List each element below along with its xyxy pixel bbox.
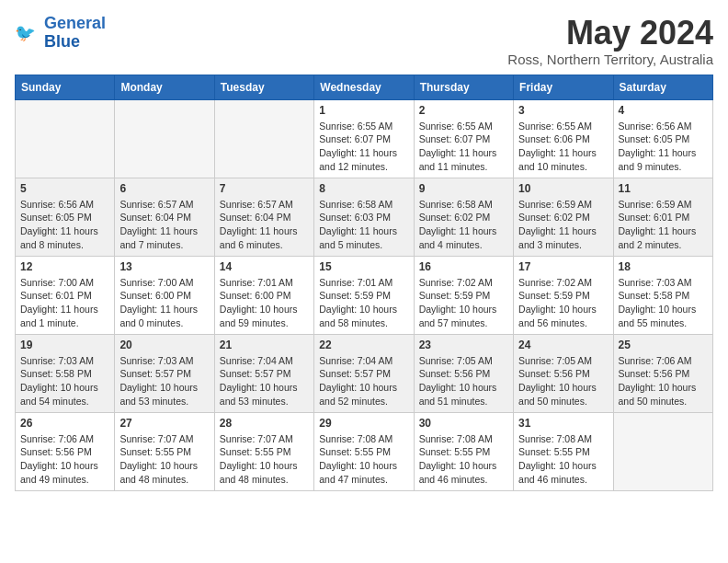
page-header: 🐦 General Blue May 2024 Ross, Northern T… xyxy=(15,15,713,67)
day-info: Sunrise: 7:07 AMSunset: 5:55 PMDaylight:… xyxy=(220,432,309,487)
logo-text: General Blue xyxy=(44,15,106,52)
day-info: Sunrise: 7:04 AMSunset: 5:57 PMDaylight:… xyxy=(220,354,309,408)
calendar-cell: 31Sunrise: 7:08 AMSunset: 5:55 PMDayligh… xyxy=(514,412,613,490)
day-info: Sunrise: 6:56 AMSunset: 6:05 PMDaylight:… xyxy=(20,198,109,252)
day-number: 7 xyxy=(220,182,309,195)
day-info: Sunrise: 7:04 AMSunset: 5:57 PMDaylight:… xyxy=(319,354,408,408)
day-info: Sunrise: 7:08 AMSunset: 5:55 PMDaylight:… xyxy=(319,432,408,487)
calendar-cell: 19Sunrise: 7:03 AMSunset: 5:58 PMDayligh… xyxy=(16,334,115,412)
day-info: Sunrise: 7:01 AMSunset: 6:00 PMDaylight:… xyxy=(220,276,309,330)
day-number: 9 xyxy=(419,182,508,195)
col-header-wednesday: Wednesday xyxy=(314,75,414,99)
day-info: Sunrise: 6:55 AMSunset: 6:06 PMDaylight:… xyxy=(518,120,608,174)
col-header-tuesday: Tuesday xyxy=(214,75,313,99)
day-number: 3 xyxy=(518,104,608,117)
day-number: 17 xyxy=(518,260,608,273)
calendar-cell: 9Sunrise: 6:58 AMSunset: 6:02 PMDaylight… xyxy=(414,178,513,256)
calendar-cell: 13Sunrise: 7:00 AMSunset: 6:00 PMDayligh… xyxy=(115,256,214,334)
day-number: 18 xyxy=(619,260,708,273)
calendar-cell: 6Sunrise: 6:57 AMSunset: 6:04 PMDaylight… xyxy=(115,178,214,256)
day-info: Sunrise: 7:06 AMSunset: 5:56 PMDaylight:… xyxy=(619,354,708,408)
day-number: 25 xyxy=(619,339,708,351)
day-number: 8 xyxy=(319,182,408,195)
col-header-friday: Friday xyxy=(514,75,613,99)
day-number: 27 xyxy=(119,417,209,430)
calendar-week-row: 26Sunrise: 7:06 AMSunset: 5:56 PMDayligh… xyxy=(16,412,713,490)
day-info: Sunrise: 7:03 AMSunset: 5:58 PMDaylight:… xyxy=(619,276,708,330)
calendar-table: SundayMondayTuesdayWednesdayThursdayFrid… xyxy=(15,75,713,491)
calendar-header-row: SundayMondayTuesdayWednesdayThursdayFrid… xyxy=(16,75,713,99)
calendar-week-row: 1Sunrise: 6:55 AMSunset: 6:07 PMDaylight… xyxy=(16,99,713,178)
calendar-cell: 7Sunrise: 6:57 AMSunset: 6:04 PMDaylight… xyxy=(214,178,313,256)
calendar-cell xyxy=(613,412,712,490)
col-header-sunday: Sunday xyxy=(16,75,115,99)
day-info: Sunrise: 6:56 AMSunset: 6:05 PMDaylight:… xyxy=(619,120,708,174)
calendar-cell: 21Sunrise: 7:04 AMSunset: 5:57 PMDayligh… xyxy=(214,334,313,412)
day-number: 15 xyxy=(319,260,408,273)
day-info: Sunrise: 6:58 AMSunset: 6:02 PMDaylight:… xyxy=(419,198,508,252)
day-info: Sunrise: 7:03 AMSunset: 5:58 PMDaylight:… xyxy=(20,354,109,408)
day-info: Sunrise: 7:02 AMSunset: 5:59 PMDaylight:… xyxy=(419,276,508,330)
calendar-cell: 14Sunrise: 7:01 AMSunset: 6:00 PMDayligh… xyxy=(214,256,313,334)
calendar-cell: 24Sunrise: 7:05 AMSunset: 5:56 PMDayligh… xyxy=(514,334,613,412)
calendar-cell: 28Sunrise: 7:07 AMSunset: 5:55 PMDayligh… xyxy=(214,412,313,490)
day-info: Sunrise: 7:00 AMSunset: 6:01 PMDaylight:… xyxy=(20,276,109,330)
day-number: 1 xyxy=(319,104,408,117)
calendar-cell: 26Sunrise: 7:06 AMSunset: 5:56 PMDayligh… xyxy=(16,412,115,490)
calendar-cell: 15Sunrise: 7:01 AMSunset: 5:59 PMDayligh… xyxy=(314,256,414,334)
calendar-cell xyxy=(16,99,115,178)
day-number: 5 xyxy=(20,182,109,195)
day-number: 21 xyxy=(220,339,309,351)
day-info: Sunrise: 7:05 AMSunset: 5:56 PMDaylight:… xyxy=(419,354,508,408)
calendar-cell: 10Sunrise: 6:59 AMSunset: 6:02 PMDayligh… xyxy=(514,178,613,256)
calendar-cell: 4Sunrise: 6:56 AMSunset: 6:05 PMDaylight… xyxy=(613,99,712,178)
day-info: Sunrise: 7:05 AMSunset: 5:56 PMDaylight:… xyxy=(518,354,608,408)
day-info: Sunrise: 7:07 AMSunset: 5:55 PMDaylight:… xyxy=(119,432,209,487)
day-number: 11 xyxy=(619,182,708,195)
day-info: Sunrise: 7:00 AMSunset: 6:00 PMDaylight:… xyxy=(119,276,209,330)
calendar-cell: 5Sunrise: 6:56 AMSunset: 6:05 PMDaylight… xyxy=(16,178,115,256)
logo-line1: General xyxy=(44,14,106,32)
calendar-cell: 23Sunrise: 7:05 AMSunset: 5:56 PMDayligh… xyxy=(414,334,513,412)
day-number: 2 xyxy=(419,104,508,117)
calendar-cell: 17Sunrise: 7:02 AMSunset: 5:59 PMDayligh… xyxy=(514,256,613,334)
title-block: May 2024 Ross, Northern Territory, Austr… xyxy=(507,15,713,67)
day-number: 6 xyxy=(119,182,209,195)
day-info: Sunrise: 6:59 AMSunset: 6:01 PMDaylight:… xyxy=(619,198,708,252)
col-header-monday: Monday xyxy=(115,75,214,99)
day-number: 29 xyxy=(319,417,408,430)
logo-icon: 🐦 xyxy=(15,20,40,46)
day-number: 12 xyxy=(20,260,109,273)
day-number: 13 xyxy=(119,260,209,273)
month-year: May 2024 xyxy=(507,15,713,52)
calendar-cell: 27Sunrise: 7:07 AMSunset: 5:55 PMDayligh… xyxy=(115,412,214,490)
calendar-cell: 29Sunrise: 7:08 AMSunset: 5:55 PMDayligh… xyxy=(314,412,414,490)
calendar-cell: 11Sunrise: 6:59 AMSunset: 6:01 PMDayligh… xyxy=(613,178,712,256)
day-info: Sunrise: 6:55 AMSunset: 6:07 PMDaylight:… xyxy=(419,120,508,174)
day-info: Sunrise: 6:58 AMSunset: 6:03 PMDaylight:… xyxy=(319,198,408,252)
calendar-cell: 2Sunrise: 6:55 AMSunset: 6:07 PMDaylight… xyxy=(414,99,513,178)
calendar-cell: 30Sunrise: 7:08 AMSunset: 5:55 PMDayligh… xyxy=(414,412,513,490)
day-info: Sunrise: 7:02 AMSunset: 5:59 PMDaylight:… xyxy=(518,276,608,330)
day-info: Sunrise: 7:08 AMSunset: 5:55 PMDaylight:… xyxy=(518,432,608,487)
calendar-cell xyxy=(115,99,214,178)
calendar-cell: 16Sunrise: 7:02 AMSunset: 5:59 PMDayligh… xyxy=(414,256,513,334)
calendar-cell: 22Sunrise: 7:04 AMSunset: 5:57 PMDayligh… xyxy=(314,334,414,412)
day-number: 19 xyxy=(20,339,109,351)
day-info: Sunrise: 6:55 AMSunset: 6:07 PMDaylight:… xyxy=(319,120,408,174)
day-number: 30 xyxy=(419,417,508,430)
calendar-cell: 20Sunrise: 7:03 AMSunset: 5:57 PMDayligh… xyxy=(115,334,214,412)
logo: 🐦 General Blue xyxy=(15,15,106,52)
col-header-saturday: Saturday xyxy=(613,75,712,99)
day-info: Sunrise: 6:57 AMSunset: 6:04 PMDaylight:… xyxy=(220,198,309,252)
day-info: Sunrise: 6:57 AMSunset: 6:04 PMDaylight:… xyxy=(119,198,209,252)
calendar-week-row: 5Sunrise: 6:56 AMSunset: 6:05 PMDaylight… xyxy=(16,178,713,256)
col-header-thursday: Thursday xyxy=(414,75,513,99)
calendar-cell: 3Sunrise: 6:55 AMSunset: 6:06 PMDaylight… xyxy=(514,99,613,178)
svg-text:🐦: 🐦 xyxy=(15,22,36,42)
calendar-cell: 1Sunrise: 6:55 AMSunset: 6:07 PMDaylight… xyxy=(314,99,414,178)
calendar-cell: 8Sunrise: 6:58 AMSunset: 6:03 PMDaylight… xyxy=(314,178,414,256)
day-number: 16 xyxy=(419,260,508,273)
day-number: 26 xyxy=(20,417,109,430)
location: Ross, Northern Territory, Australia xyxy=(507,52,713,67)
